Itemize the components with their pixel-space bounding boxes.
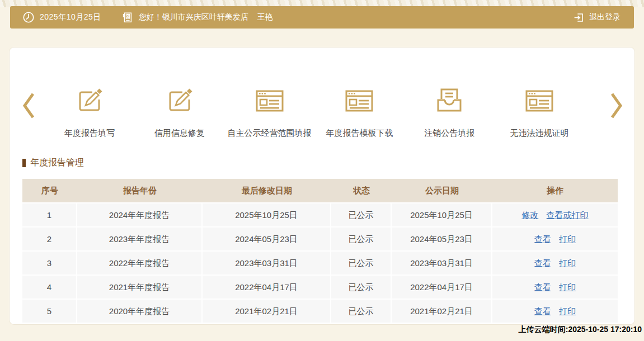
cell-no: 2 <box>22 228 77 250</box>
cell-actions: 修改 查看或打印 <box>492 203 618 226</box>
print-link[interactable]: 打印 <box>559 258 576 268</box>
cell-published: 2025年10月25日 <box>392 203 492 226</box>
carousel-next-button[interactable] <box>609 92 624 120</box>
table-row: 3 2022年年度报告 2023年03月31日 已公示 2023年03月31日 … <box>22 252 618 274</box>
logout-button[interactable]: 退出登录 <box>573 12 634 23</box>
view-link[interactable]: 查看 <box>534 282 551 292</box>
carousel-item-label: 自主公示经营范围填报 <box>228 128 312 139</box>
carousel-item-label: 年度报告模板下载 <box>326 128 393 139</box>
id-badge-icon <box>121 11 134 24</box>
cell-published: 2021年02月21日 <box>392 300 492 323</box>
cell-modified: 2023年03月31日 <box>203 252 331 274</box>
cell-year: 2022年年度报告 <box>77 252 203 274</box>
carousel-item-label: 信用信息修复 <box>154 128 205 139</box>
greeting-text: 您好！银川市兴庆区叶轩美发店 <box>139 12 248 22</box>
header-actions: 操作 <box>492 179 618 202</box>
cell-actions: 查看 打印 <box>492 228 618 250</box>
carousel-item-deregistration-notice[interactable]: 注销公告填报 <box>405 85 494 158</box>
webpage-icon <box>254 85 285 116</box>
cell-actions: 查看 打印 <box>492 300 618 323</box>
main-card: 年度报告填写 信用信息修复 自主公示经营范围填报 <box>10 48 634 324</box>
table-row: 4 2021年年度报告 2022年04月17日 已公示 2022年04月17日 … <box>22 276 618 299</box>
table-row: 5 2020年年度报告 2021年02月21日 已公示 2021年02月21日 … <box>22 300 618 323</box>
cell-modified: 2025年10月25日 <box>203 203 331 226</box>
cell-modified: 2024年05月23日 <box>203 228 331 250</box>
cell-no: 1 <box>22 203 77 226</box>
cell-year: 2023年年度报告 <box>77 228 203 250</box>
carousel-item-credit-repair[interactable]: 信用信息修复 <box>135 85 224 158</box>
upload-time-text: 上传云端时间:2025-10-25 17:20:10 <box>519 325 642 335</box>
section-title-text: 年度报告管理 <box>30 157 84 169</box>
table-header-row: 序号 报告年份 最后修改日期 状态 公示日期 操作 <box>22 179 618 202</box>
cell-year: 2020年年度报告 <box>77 300 203 323</box>
header-status: 状态 <box>331 179 392 202</box>
cell-modified: 2022年04月17日 <box>203 276 331 299</box>
carousel-item-label: 注销公告填报 <box>424 128 474 139</box>
carousel-item-template-download[interactable]: 年度报告模板下载 <box>314 85 404 158</box>
user-greeting: 您好！银川市兴庆区叶轩美发店 王艳 <box>121 11 273 24</box>
print-link[interactable]: 打印 <box>559 282 576 292</box>
webpage-icon <box>344 85 375 116</box>
cell-status: 已公示 <box>331 252 392 274</box>
table-row: 1 2024年年度报告 2025年10月25日 已公示 2025年10月25日 … <box>22 203 618 226</box>
section-title: 年度报告管理 <box>22 157 84 169</box>
cell-published: 2024年05月23日 <box>392 228 492 250</box>
cell-modified: 2021年02月21日 <box>203 300 331 323</box>
print-link[interactable]: 打印 <box>559 234 576 244</box>
chevron-left-icon <box>21 92 36 120</box>
carousel-item-no-violation-cert[interactable]: 无违法违规证明 <box>495 85 584 158</box>
date-text: 2025年10月25日 <box>40 12 101 22</box>
header-modified: 最后修改日期 <box>203 179 331 202</box>
date-display: 2025年10月25日 <box>22 11 101 23</box>
print-link[interactable]: 打印 <box>559 306 576 316</box>
cell-status: 已公示 <box>331 228 392 250</box>
edit-icon <box>164 85 195 116</box>
cell-status: 已公示 <box>331 276 392 299</box>
webpage-icon <box>524 85 555 116</box>
logout-label: 退出登录 <box>589 12 621 22</box>
cell-status: 已公示 <box>331 300 392 323</box>
cell-no: 5 <box>22 300 77 323</box>
edit-icon <box>74 85 105 116</box>
logout-icon <box>573 12 585 23</box>
cell-published: 2023年03月31日 <box>392 252 492 274</box>
cell-actions: 查看 打印 <box>492 252 618 274</box>
view-or-print-link[interactable]: 查看或打印 <box>547 210 589 220</box>
header-published: 公示日期 <box>392 179 492 202</box>
header-no: 序号 <box>22 179 77 202</box>
top-bar: 2025年10月25日 您好！银川市兴庆区叶轩美发店 王艳 退出登录 <box>10 6 634 29</box>
cell-actions: 查看 打印 <box>492 276 618 299</box>
carousel-item-business-scope[interactable]: 自主公示经营范围填报 <box>225 85 314 158</box>
section-bullet <box>22 159 26 167</box>
cell-year: 2024年年度报告 <box>77 203 203 226</box>
chevron-right-icon <box>609 92 624 120</box>
feature-carousel: 年度报告填写 信用信息修复 自主公示经营范围填报 <box>45 85 584 158</box>
view-link[interactable]: 查看 <box>534 234 551 244</box>
annual-report-table: 序号 报告年份 最后修改日期 状态 公示日期 操作 1 2024年年度报告 20… <box>22 179 618 323</box>
cell-status: 已公示 <box>331 203 392 226</box>
top-bar-left: 2025年10月25日 您好！银川市兴庆区叶轩美发店 王艳 <box>10 11 273 24</box>
carousel-item-annual-report-fill[interactable]: 年度报告填写 <box>45 85 134 158</box>
cell-year: 2021年年度报告 <box>77 276 203 299</box>
cell-no: 4 <box>22 276 77 299</box>
user-name: 王艳 <box>257 12 273 22</box>
table-row: 2 2023年年度报告 2024年05月23日 已公示 2024年05月23日 … <box>22 228 618 250</box>
cell-no: 3 <box>22 252 77 274</box>
clock-icon <box>22 11 35 23</box>
inbox-icon <box>434 85 465 116</box>
carousel-prev-button[interactable] <box>21 92 36 120</box>
cell-published: 2022年04月17日 <box>392 276 492 299</box>
modify-link[interactable]: 修改 <box>521 210 538 220</box>
header-year: 报告年份 <box>77 179 203 202</box>
carousel-item-label: 年度报告填写 <box>64 128 115 139</box>
carousel-item-label: 无违法违规证明 <box>510 128 568 139</box>
view-link[interactable]: 查看 <box>534 258 551 268</box>
view-link[interactable]: 查看 <box>534 306 551 316</box>
